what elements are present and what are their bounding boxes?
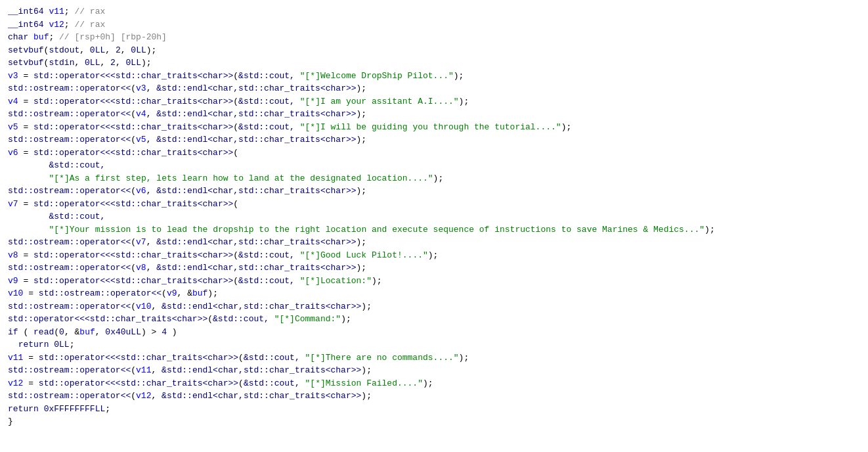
code-line: std::ostream::operator<<(v3, &std::endl<…: [8, 82, 860, 95]
code-line: return 0xFFFFFFFFLL;: [8, 403, 860, 416]
code-line: std::ostream::operator<<(v12, &std::endl…: [8, 390, 860, 403]
code-line: char buf; // [rsp+0h] [rbp-20h]: [8, 31, 860, 44]
code-line: std::ostream::operator<<(v4, &std::endl<…: [8, 108, 860, 121]
code-line: setvbuf(stdout, 0LL, 2, 0LL);: [8, 44, 860, 57]
code-line: if ( read(0, &buf, 0x40uLL) > 4 ): [8, 326, 860, 339]
code-line: v12 = std::operator<<<std::char_traits<c…: [8, 377, 860, 390]
code-line: std::ostream::operator<<(v5, &std::endl<…: [8, 133, 860, 147]
code-line: v7 = std::operator<<<std::char_traits<ch…: [8, 198, 860, 211]
code-view: __int64 v11; // rax__int64 v12; // raxch…: [0, 0, 868, 452]
code-lines: __int64 v11; // rax__int64 v12; // raxch…: [8, 5, 860, 428]
code-line: v5 = std::operator<<<std::char_traits<ch…: [8, 121, 860, 134]
code-line: v11 = std::operator<<<std::char_traits<c…: [8, 351, 860, 365]
code-line: std::ostream::operator<<(v6, &std::endl<…: [8, 185, 860, 198]
code-line: &std::cout,: [8, 159, 860, 172]
code-line: std::ostream::operator<<(v8, &std::endl<…: [8, 261, 860, 275]
code-line: std::operator<<<std::char_traits<char>>(…: [8, 313, 860, 326]
code-line: v8 = std::operator<<<std::char_traits<ch…: [8, 249, 860, 262]
code-line: v6 = std::operator<<<std::char_traits<ch…: [8, 147, 860, 160]
code-line: std::ostream::operator<<(v11, &std::endl…: [8, 364, 860, 377]
code-line: setvbuf(stdin, 0LL, 2, 0LL);: [8, 56, 860, 70]
code-line: return 0LL;: [8, 338, 860, 351]
code-line: v9 = std::operator<<<std::char_traits<ch…: [8, 275, 860, 288]
code-line: std::ostream::operator<<(v7, &std::endl<…: [8, 236, 860, 249]
code-line: __int64 v11; // rax: [8, 5, 860, 18]
code-line: &std::cout,: [8, 210, 860, 223]
code-line: }: [8, 415, 860, 428]
code-line: v4 = std::operator<<<std::char_traits<ch…: [8, 95, 860, 108]
code-line: std::ostream::operator<<(v10, &std::endl…: [8, 300, 860, 313]
code-line: __int64 v12; // rax: [8, 18, 860, 32]
code-line: "[*]Your mission is to lead the dropship…: [8, 223, 860, 237]
code-line: "[*]As a first step, lets learn how to l…: [8, 172, 860, 185]
code-line: v10 = std::ostream::operator<<(v9, &buf)…: [8, 287, 860, 300]
code-line: v3 = std::operator<<<std::char_traits<ch…: [8, 70, 860, 83]
